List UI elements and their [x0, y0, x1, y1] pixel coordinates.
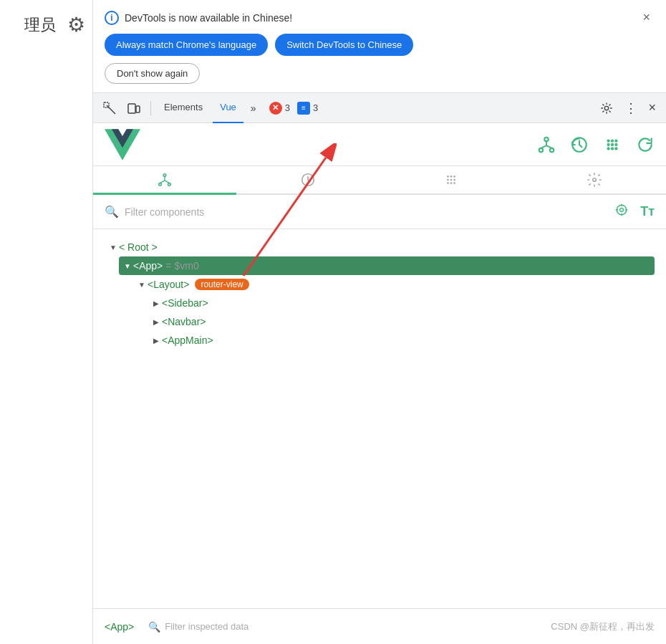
- bottom-search-icon: 🔍: [148, 621, 160, 633]
- cjk-label: 理员: [24, 14, 56, 36]
- tab-timeline[interactable]: [236, 166, 380, 195]
- svg-point-37: [593, 178, 597, 181]
- vue-logo: [105, 127, 140, 163]
- tree-arrow-appmain: ▶: [150, 335, 162, 346]
- svg-point-32: [450, 178, 453, 181]
- svg-line-26: [165, 180, 169, 183]
- settings-gear-icon: [600, 102, 613, 115]
- component-name-sidebar: <Sidebar>: [162, 297, 208, 309]
- svg-line-10: [546, 145, 552, 148]
- close-notification-button[interactable]: ×: [638, 9, 655, 27]
- tree-item-appmain[interactable]: ▶ <AppMain>: [148, 331, 655, 350]
- dont-show-again-button[interactable]: Don't show again: [105, 63, 200, 84]
- gear-icon[interactable]: ⚙: [67, 13, 85, 37]
- performance-icon: [603, 135, 622, 154]
- devtools-panel: i DevTools is now available in Chinese! …: [93, 0, 666, 644]
- performance-button[interactable]: [603, 135, 622, 154]
- notification-top-row: i DevTools is now available in Chinese! …: [105, 9, 655, 27]
- component-name-navbar: <Navbar>: [162, 316, 206, 327]
- watermark: CSDN @新征程，再出发: [551, 620, 655, 633]
- tree-arrow-root: ▼: [107, 241, 119, 253]
- locate-component-button[interactable]: [614, 203, 629, 221]
- vue-header-icons: [537, 135, 655, 154]
- refresh-button[interactable]: [636, 135, 655, 154]
- component-tree: ▼ < Root > ▼ <App> = $vm0 ▼ <Layout> rou…: [93, 229, 666, 608]
- bottom-search-area: 🔍 Filter inspected data: [148, 621, 248, 633]
- svg-point-39: [620, 208, 624, 212]
- message-count: 3: [313, 102, 318, 113]
- component-name-layout: <Layout>: [148, 279, 189, 290]
- svg-point-23: [168, 183, 171, 186]
- component-tree-icon: [537, 135, 556, 154]
- svg-point-16: [611, 143, 614, 145]
- message-badge: ≡ 3: [297, 102, 318, 115]
- svg-point-12: [607, 139, 609, 142]
- toolbar-divider-1: [150, 101, 151, 115]
- tree-arrow-app: ▼: [122, 260, 133, 271]
- dont-show-row: Don't show again: [105, 63, 655, 84]
- timeline-button[interactable]: [570, 135, 589, 154]
- text-size-button[interactable]: Tт: [640, 204, 655, 219]
- component-tree-button[interactable]: [537, 135, 556, 154]
- component-name-root: < Root >: [119, 241, 158, 253]
- more-tabs-button[interactable]: »: [246, 100, 261, 117]
- tab-vue[interactable]: Vue: [213, 93, 243, 123]
- vue-header: [93, 123, 666, 166]
- refresh-icon: [636, 135, 655, 154]
- tree-item-app[interactable]: ▼ <App> = $vm0: [119, 256, 655, 275]
- notification-banner: i DevTools is now available in Chinese! …: [93, 0, 666, 93]
- device-toggle-button[interactable]: [123, 99, 145, 117]
- history-icon: [570, 135, 589, 154]
- bottom-filter-text: Filter inspected data: [165, 621, 248, 632]
- filter-search-icon: 🔍: [105, 205, 119, 218]
- tab-components[interactable]: [93, 166, 236, 195]
- error-badge-icon: ✕: [269, 102, 282, 115]
- message-icon: ≡: [301, 104, 306, 112]
- devtools-menu-button[interactable]: ⋮: [620, 97, 641, 119]
- error-count: 3: [285, 102, 290, 113]
- tab-settings-vue[interactable]: [523, 166, 666, 195]
- filter-components-input[interactable]: [125, 206, 614, 218]
- svg-line-1: [107, 105, 115, 114]
- notification-message: DevTools is now available in Chinese!: [125, 12, 292, 24]
- component-name-app: <App>: [133, 260, 163, 271]
- error-badge: ✕ 3: [269, 102, 290, 115]
- vue-tabs: [93, 166, 666, 195]
- svg-line-9: [541, 145, 546, 148]
- inspect-element-button[interactable]: [99, 99, 120, 117]
- switch-to-chinese-button[interactable]: Switch DevTools to Chinese: [275, 34, 413, 56]
- bottom-tag: <App>: [105, 621, 134, 633]
- svg-point-4: [605, 106, 609, 110]
- bottom-bar: <App> 🔍 Filter inspected data CSDN @新征程，…: [93, 608, 666, 644]
- left-strip-content: 理员 ⚙: [24, 7, 85, 37]
- tab-elements[interactable]: Elements: [157, 93, 210, 123]
- svg-line-25: [160, 180, 165, 183]
- devtools-settings-button[interactable]: [596, 99, 617, 117]
- svg-rect-3: [136, 106, 140, 112]
- tree-arrow-sidebar: ▶: [150, 297, 162, 309]
- tab-performance[interactable]: [380, 166, 523, 195]
- tree-item-sidebar[interactable]: ▶ <Sidebar>: [148, 294, 655, 312]
- tree-item-layout[interactable]: ▼ <Layout> router-view: [133, 275, 655, 294]
- message-badge-icon: ≡: [297, 102, 310, 115]
- devtools-close-button[interactable]: ×: [644, 97, 660, 118]
- svg-point-28: [447, 176, 449, 178]
- svg-point-13: [611, 139, 614, 142]
- notification-buttons-row: Always match Chrome's language Switch De…: [105, 34, 655, 56]
- svg-point-18: [607, 147, 609, 150]
- always-match-language-button[interactable]: Always match Chrome's language: [105, 34, 268, 56]
- tree-arrow-navbar: ▶: [150, 316, 162, 327]
- svg-point-35: [450, 182, 453, 184]
- devtools-toolbar: Elements Vue » ✕ 3 ≡ 3 ⋮: [93, 93, 666, 123]
- performance-tab-icon: [443, 172, 459, 188]
- svg-point-31: [447, 178, 449, 181]
- svg-point-14: [614, 139, 617, 142]
- svg-point-22: [159, 183, 162, 186]
- device-icon: [127, 102, 140, 115]
- info-icon: i: [105, 11, 119, 25]
- filter-actions: Tт: [614, 203, 655, 221]
- tree-item-navbar[interactable]: ▶ <Navbar>: [148, 312, 655, 331]
- svg-point-7: [550, 148, 554, 151]
- tree-item-root[interactable]: ▼ < Root >: [105, 238, 655, 256]
- svg-point-38: [617, 205, 627, 214]
